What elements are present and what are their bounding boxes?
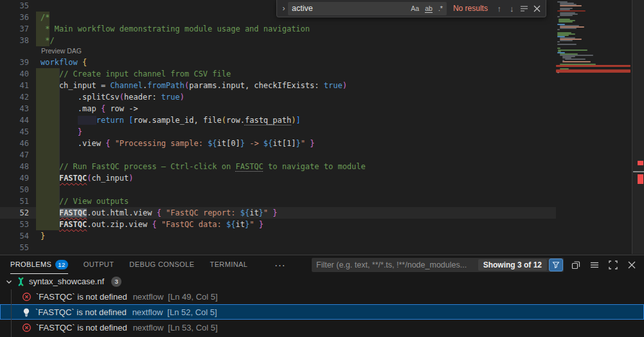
collapse-all-icon[interactable]	[569, 258, 583, 272]
regex-icon[interactable]: .*	[436, 3, 445, 14]
indent-guide	[59, 68, 60, 230]
minimap-line	[557, 72, 559, 73]
code-line-45[interactable]: 45 }	[0, 126, 556, 138]
code-line-39[interactable]: 39workflow {	[0, 57, 556, 68]
code-text: * Main workflow demonstrating module usa…	[40, 23, 310, 35]
code-line-38[interactable]: 38 */	[0, 35, 556, 46]
code-text: }	[40, 126, 82, 138]
problems-file-group[interactable]: syntax_showcase.nf 3	[0, 274, 644, 289]
toggle-replace-chevron-icon[interactable]: ›	[280, 0, 288, 17]
code-text: .map { row ->	[40, 103, 138, 114]
panel-header-icons	[569, 255, 639, 274]
code-line-54[interactable]: 54}	[0, 230, 556, 242]
close-find-icon[interactable]	[530, 2, 543, 15]
code-text: return [row.sample_id, file(row.fastq_pa…	[40, 114, 301, 126]
code-token	[157, 220, 161, 229]
problems-filter-input[interactable]	[316, 260, 478, 269]
tab-terminal[interactable]: TERMINAL	[210, 255, 248, 274]
line-number: 42	[0, 91, 29, 103]
code-line-52[interactable]: 52 FASTQC.out.html.view { "FastQC report…	[0, 207, 556, 219]
code-token	[254, 220, 258, 229]
problem-message: `FASTQC` is not defined	[35, 307, 127, 317]
tab-problems[interactable]: PROBLEMS 12	[10, 255, 68, 274]
code-line-41[interactable]: 41 ch_input = Channel.fromPath(params.in…	[0, 80, 556, 91]
code-text: ch_input = Channel.fromPath(params.input…	[40, 80, 347, 91]
problem-location: [Ln 52, Col 5]	[167, 307, 217, 317]
code-token: .view	[40, 139, 105, 148]
view-as-table-icon[interactable]	[587, 258, 602, 272]
more-views-icon[interactable]: ···	[274, 260, 285, 270]
lightbulb-icon	[22, 307, 31, 317]
whole-word-label: ab	[425, 5, 433, 13]
line-number: 36	[0, 12, 29, 23]
code-token: )	[129, 174, 133, 183]
code-line-55[interactable]: 55	[0, 242, 556, 253]
problem-row[interactable]: `FASTQC` is not definednextflow[Ln 53, C…	[0, 320, 644, 335]
code-token: ]	[296, 116, 300, 125]
code-editor[interactable]: 3536/*37 * Main workflow demonstrating m…	[0, 0, 556, 254]
code-text: FASTQC(ch_input)	[40, 172, 134, 184]
minimap-line	[565, 59, 586, 60]
minimap-line	[558, 50, 587, 51]
minimap-line	[560, 15, 573, 16]
minimap[interactable]	[556, 0, 632, 254]
line-number: 35	[0, 0, 29, 12]
showing-count-badge: Showing 3 of 12	[478, 259, 547, 271]
code-token: (	[120, 93, 124, 102]
problems-count-badge: 12	[55, 260, 67, 269]
code-token: }	[296, 139, 300, 148]
code-text: // View outputs	[40, 196, 129, 207]
tab-output[interactable]: OUTPUT	[84, 255, 114, 274]
problem-row[interactable]: `FASTQC` is not definednextflow[Ln 52, C…	[0, 304, 644, 320]
whole-word-icon[interactable]: ab	[422, 3, 435, 14]
close-panel-icon[interactable]	[625, 258, 639, 272]
line-number: 43	[0, 103, 29, 114]
code-line-40[interactable]: 40 // Create input channel from CSV file	[0, 68, 556, 80]
code-line-53[interactable]: 53 FASTQC.out.zip.view { "FastQC data: $…	[0, 219, 556, 230]
tab-debug-console[interactable]: DEBUG CONSOLE	[129, 255, 194, 274]
code-line-42[interactable]: 42 .splitCsv(header: true)	[0, 91, 556, 103]
find-results-label: No results	[453, 4, 488, 13]
code-token	[110, 139, 114, 148]
code-token: "FastQC report:	[166, 208, 240, 217]
ruler-error-mark	[638, 161, 643, 165]
problem-source: nextflow	[132, 307, 163, 317]
previous-match-icon[interactable]: ↑	[493, 2, 506, 15]
code-line-50[interactable]: 50	[0, 184, 556, 196]
problem-row[interactable]: `FASTQC` is not definednextflow[Ln 49, C…	[0, 289, 644, 304]
code-line-49[interactable]: 49 FASTQC(ch_input)	[0, 172, 556, 184]
codelens-preview-dag[interactable]: Preview DAG	[0, 46, 556, 57]
bottom-panel: PROBLEMS 12 OUTPUT DEBUG CONSOLE TERMINA…	[0, 255, 644, 337]
line-number: 44	[0, 114, 29, 126]
code-text: // Create input channel from CSV file	[40, 68, 231, 80]
code-text: workflow {	[40, 57, 87, 68]
code-token: }	[273, 208, 277, 217]
code-rows: 3536/*37 * Main workflow demonstrating m…	[0, 0, 556, 253]
code-line-43[interactable]: 43 .map { row ->	[0, 103, 556, 114]
code-line-47[interactable]: 47	[0, 149, 556, 161]
line-number: 48	[0, 161, 29, 172]
line-number: 41	[0, 80, 29, 91]
code-token: {	[82, 58, 87, 67]
match-case-icon[interactable]: Aa	[408, 3, 422, 14]
tree-indent-guide	[11, 289, 12, 337]
code-line-48[interactable]: 48 // Run FastQC process – Ctrl-click on…	[0, 161, 556, 172]
code-token: }	[310, 139, 314, 148]
code-line-44[interactable]: 44 return [row.sample_id, file(row.fastq…	[0, 114, 556, 126]
code-token: }	[240, 139, 245, 148]
filter-funnel-icon[interactable]	[549, 259, 563, 271]
ruler-error-mark	[638, 174, 643, 184]
find-input[interactable]	[292, 4, 407, 13]
find-in-selection-icon[interactable]	[518, 2, 531, 15]
code-token: FASTQC	[59, 220, 87, 229]
problem-location: [Ln 49, Col 5]	[168, 292, 217, 302]
code-line-37[interactable]: 37 * Main workflow demonstrating module …	[0, 23, 556, 35]
file-name: syntax_showcase.nf	[29, 277, 104, 286]
code-token: "Processing sample:	[115, 139, 208, 148]
line-number: 50	[0, 184, 29, 196]
code-token	[78, 116, 96, 125]
code-line-46[interactable]: 46 .view { "Processing sample: ${it[0]} …	[0, 138, 556, 149]
code-line-51[interactable]: 51 // View outputs	[0, 196, 556, 207]
next-match-icon[interactable]: ↓	[505, 2, 518, 15]
maximize-panel-icon[interactable]	[606, 258, 620, 272]
